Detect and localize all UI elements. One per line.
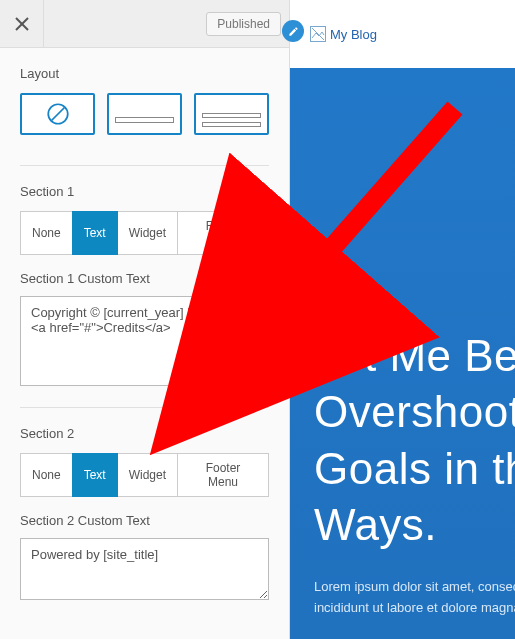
hero-section: Let Me Be Overshoot Goals in the Ways. L… bbox=[290, 68, 515, 639]
section1-option-footer-menu[interactable]: Footer Menu bbox=[177, 211, 269, 255]
layout-option-single-bar[interactable] bbox=[107, 93, 182, 135]
section2-type-group: None Text Widget Footer Menu bbox=[20, 453, 269, 497]
section2-custom-label: Section 2 Custom Text bbox=[20, 513, 269, 528]
section1-option-none[interactable]: None bbox=[20, 211, 73, 255]
svg-line-5 bbox=[312, 28, 324, 40]
layout-option-none[interactable] bbox=[20, 93, 95, 135]
customizer-sidebar: Published Layout Section 1 None Text Wid… bbox=[0, 0, 290, 639]
layout-options bbox=[20, 93, 269, 135]
layout-option-double-bar[interactable] bbox=[194, 93, 269, 135]
preview-header: My Blog bbox=[290, 0, 515, 68]
section2-option-text[interactable]: Text bbox=[72, 453, 118, 497]
section1-option-text[interactable]: Text bbox=[72, 211, 118, 255]
broken-image-icon bbox=[310, 26, 326, 42]
pencil-icon bbox=[288, 26, 299, 37]
section2-label: Section 2 bbox=[20, 426, 269, 441]
section1-label: Section 1 bbox=[20, 184, 269, 199]
hero-body: Lorem ipsum dolor sit amet, consec incid… bbox=[314, 577, 515, 619]
sidebar-header: Published bbox=[0, 0, 289, 48]
close-icon bbox=[15, 17, 29, 31]
prohibit-icon bbox=[45, 101, 71, 127]
section2-option-none[interactable]: None bbox=[20, 453, 73, 497]
preview-pane: My Blog Let Me Be Overshoot Goals in the… bbox=[290, 0, 515, 639]
close-button[interactable] bbox=[0, 0, 44, 48]
panel-body: Layout Section 1 None Text Widget Footer… bbox=[0, 48, 289, 639]
site-logo-link[interactable]: My Blog bbox=[308, 24, 379, 44]
section2-custom-textarea[interactable] bbox=[20, 538, 269, 600]
section1-custom-label: Section 1 Custom Text bbox=[20, 271, 269, 286]
publish-button[interactable]: Published bbox=[206, 12, 281, 36]
svg-line-3 bbox=[51, 108, 64, 121]
hero-heading: Let Me Be Overshoot Goals in the Ways. bbox=[314, 328, 515, 553]
section1-type-group: None Text Widget Footer Menu bbox=[20, 211, 269, 255]
edit-shortcut-badge[interactable] bbox=[282, 20, 304, 42]
section1-option-widget[interactable]: Widget bbox=[117, 211, 178, 255]
layout-label: Layout bbox=[20, 66, 269, 81]
section2-option-widget[interactable]: Widget bbox=[117, 453, 178, 497]
section2-option-footer-menu[interactable]: Footer Menu bbox=[177, 453, 269, 497]
section1-custom-textarea[interactable] bbox=[20, 296, 269, 386]
site-logo-alt: My Blog bbox=[330, 27, 377, 42]
divider bbox=[20, 165, 269, 166]
divider bbox=[20, 407, 269, 408]
